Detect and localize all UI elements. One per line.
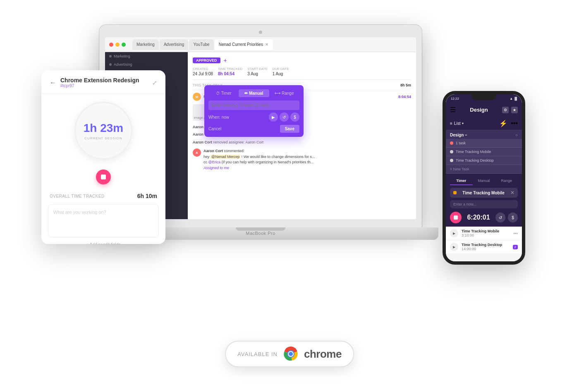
phone-timer-tab[interactable]: Timer <box>450 177 473 185</box>
meta-time-label: TIME TRACKED <box>218 67 242 71</box>
entry-play-button-2[interactable]: ▶ <box>450 243 458 251</box>
entry-name-1: Time Tracking Mobile <box>462 229 510 233</box>
new-task-item[interactable]: + New Task <box>446 165 522 174</box>
task-color-dot <box>453 191 457 194</box>
list-view-button[interactable]: ≡ List ▾ <box>450 121 464 126</box>
when-btn-3[interactable]: $ <box>290 112 299 122</box>
task-dot <box>450 141 453 145</box>
manual-tab[interactable]: ✏ Manual <box>239 89 269 97</box>
star-icon[interactable]: ★ <box>511 107 518 113</box>
browser-tab-priorities[interactable]: Nenad Current Priorities ✕ <box>215 39 273 50</box>
task-item-desktop[interactable]: Time Tracking Desktop <box>446 156 522 165</box>
time-input[interactable] <box>208 100 299 110</box>
phone-timer-running: 6:20:01 ↺ $ <box>450 212 518 223</box>
task-dot-2 <box>450 150 453 153</box>
activity-name-3: Aaron Cort <box>193 140 212 144</box>
status-badge: APPROVED <box>193 57 220 63</box>
phone-action-bill[interactable]: $ <box>508 213 518 222</box>
timer-circle: 1h 23m CURRENT SESSION <box>74 102 132 160</box>
when-row: When: now ▶ ↺ $ <box>208 112 299 122</box>
ext-timer-area: 1h 23m CURRENT SESSION <box>41 93 165 193</box>
task-item-mobile[interactable]: Time Tracking Mobile <box>446 148 522 156</box>
signal-icon: ▲ <box>510 97 513 100</box>
chrome-logo-icon <box>283 347 298 361</box>
phone-stop-button[interactable] <box>450 212 462 223</box>
phone-task-name: Time Tracking Mobile <box>462 191 505 195</box>
time-modal-tabs: ⏱ Timer ✏ Manual ⟷ Range <box>208 89 299 97</box>
timer-stop-button[interactable] <box>96 170 111 184</box>
entry-count-badge: 2 <box>513 245 518 249</box>
task-item-1[interactable]: 1 task <box>446 139 522 148</box>
phone-range-tab[interactable]: Range <box>495 177 518 185</box>
task-dot-3 <box>450 159 453 162</box>
sidebar-row: Marketing <box>105 52 188 60</box>
phone-toolbar: ≡ List ▾ ⚡ ••• <box>446 117 522 130</box>
sidebar-item-label-2: Advertising <box>114 62 132 67</box>
ext-subtitle: #tcpr97 <box>60 84 148 88</box>
phone-task-selector[interactable]: Time Tracking Mobile ✕ <box>450 188 518 198</box>
more-icon[interactable]: ••• <box>511 120 518 127</box>
mention: @Nenad Mercep <box>211 155 240 159</box>
save-button[interactable]: Save <box>280 125 299 133</box>
battery-icon: ▓ <box>514 97 517 100</box>
ext-title-block: Chrome Extension Redesign #tcpr97 <box>60 77 148 88</box>
phone-timer-actions: ↺ $ <box>495 213 518 222</box>
status-time: 12:22 <box>451 97 459 100</box>
sidebar-item-label: Marketing <box>114 54 130 58</box>
sidebar-dot <box>109 55 112 57</box>
group-count-icon: ○ <box>515 133 518 137</box>
new-task-label: + New Task <box>450 167 469 171</box>
chrome-label: chrome <box>304 348 342 361</box>
ext-back-button[interactable]: ← <box>50 79 56 86</box>
total-time-value: 6h 10m <box>137 193 157 199</box>
phone-note-input[interactable]: Enter a note... <box>450 200 518 208</box>
meta-due-label: DUE DATE <box>273 67 289 71</box>
modal-footer: Cancel Save <box>208 125 299 133</box>
sidebar-row-2: Advertising <box>105 60 188 69</box>
chevron-down-icon: ▾ <box>462 122 464 125</box>
entry-more-icon-1[interactable]: ••• <box>513 231 518 236</box>
meta-start-label: START DATE <box>247 67 267 71</box>
ext-total-row: OVERALL TIME TRACKED 6h 10m <box>41 193 165 204</box>
task-header: APPROVED + <box>193 57 411 64</box>
range-tab[interactable]: ⟷ Range <box>269 89 299 97</box>
tab-label: Marketing <box>136 42 155 47</box>
entry-play-button-1[interactable]: ▶ <box>450 229 458 237</box>
list-label: List <box>454 121 461 126</box>
textarea-placeholder: What are you working on? <box>53 210 106 215</box>
ext-expand-icon[interactable]: ⤢ <box>152 79 157 86</box>
browser-tab-advertising[interactable]: Advertising <box>160 39 188 50</box>
ext-header: ← Chrome Extension Redesign #tcpr97 ⤢ <box>41 70 165 93</box>
phone-manual-tab[interactable]: Manual <box>473 177 495 185</box>
assigned-label: Assigned to me <box>203 166 229 170</box>
comment-section: A Aaron Cort commented: hey @Nenad Merce… <box>193 148 411 171</box>
meta-created-label: CREATED <box>193 67 213 71</box>
this-task-value: 8h 5m <box>400 83 411 87</box>
cancel-button[interactable]: Cancel <box>208 127 221 131</box>
scene: Marketing Advertising YouTube Nenad Curr… <box>0 0 579 392</box>
chrome-badge[interactable]: AVAILABLE IN chrome <box>225 341 354 367</box>
tab-close-icon[interactable]: ✕ <box>265 43 269 47</box>
entry-time-2: 14:00:00 <box>462 247 510 251</box>
menu-icon[interactable]: ☰ <box>450 106 456 114</box>
chrome-extension-popup: ← Chrome Extension Redesign #tcpr97 ⤢ 1h… <box>41 70 165 244</box>
when-btn-2[interactable]: ↺ <box>280 112 289 122</box>
settings-icon[interactable]: ⚙ <box>502 107 509 113</box>
browser-tab-youtube[interactable]: YouTube <box>189 39 213 50</box>
total-time-label: OVERALL TIME TRACKED <box>50 194 105 198</box>
phone-notch <box>471 94 496 100</box>
when-btn-1[interactable]: ▶ <box>269 112 278 122</box>
task-remove-button[interactable]: ✕ <box>510 190 514 196</box>
meta-created-value: 24 Jul 9:08 <box>193 72 213 76</box>
phone-timer-time: 6:20:01 <box>467 214 490 221</box>
browser-tab-marketing[interactable]: Marketing <box>132 39 159 50</box>
timer-tab[interactable]: ⏱ Timer <box>208 89 239 97</box>
phone-action-refresh[interactable]: ↺ <box>495 213 505 222</box>
phone-header: ☰ Design ⚙ ★ <box>446 103 522 117</box>
task-group-design: Design – ○ <box>446 130 522 139</box>
badge-prefix-text: AVAILABLE IN <box>237 351 278 357</box>
ext-textarea[interactable]: What are you working on? <box>48 204 159 237</box>
filter-icon[interactable]: ⚡ <box>499 120 507 127</box>
activity-item-2: Aaron Cort removed assignee: Aaron Cort <box>193 139 411 145</box>
ext-add-fields-link[interactable]: + Add or edit fields <box>41 242 165 244</box>
